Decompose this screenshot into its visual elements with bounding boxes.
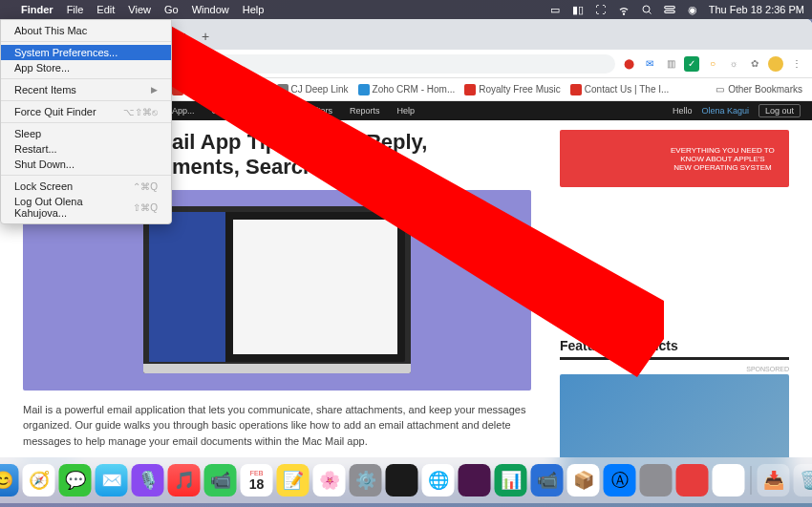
promo-text: EVERYTHING YOU NEED TO KNOW ABOUT APPLE'… <box>664 146 781 172</box>
menubar-item-help[interactable]: Help <box>243 4 265 15</box>
menubar-item-window[interactable]: Window <box>192 4 229 15</box>
apple-dropdown-menu: About This Mac System Preferences... App… <box>0 19 172 224</box>
dock-calendar-icon[interactable]: FEB18 <box>241 464 273 496</box>
dock-zoom-icon[interactable]: 📹 <box>531 464 564 496</box>
dock-slack-icon[interactable] <box>459 464 491 496</box>
title-line: ail App Tips: Send, Reply, <box>172 130 427 154</box>
menu-log-out[interactable]: Log Out Olena Kahujova...⇧⌘Q <box>1 194 171 221</box>
site-nav-item[interactable]: Custom filters <box>280 106 332 116</box>
browser-menu-icon[interactable]: ⋮ <box>789 56 804 72</box>
dock-app-icon[interactable] <box>640 464 673 496</box>
spacer <box>560 187 789 321</box>
menu-about-this-mac[interactable]: About This Mac <box>1 23 171 38</box>
extension-icon[interactable]: ✉ <box>642 56 657 72</box>
mail-body <box>233 220 397 354</box>
search-icon[interactable] <box>640 3 653 16</box>
menu-sleep[interactable]: Sleep <box>1 126 171 141</box>
article-description: Mail is a powerful email application tha… <box>23 402 531 450</box>
menu-separator <box>1 122 171 123</box>
new-tab-button[interactable]: + <box>194 23 217 50</box>
menu-label: Shut Down... <box>14 158 75 170</box>
site-nav-item[interactable]: Reports <box>350 106 380 116</box>
logout-button[interactable]: Log out <box>759 104 801 117</box>
menu-label: About This Mac <box>14 25 87 36</box>
control-center-icon[interactable] <box>663 3 676 16</box>
site-nav-right: Hello Olena Kagui Log out <box>673 104 812 117</box>
promo-line: EVERYTHING YOU NEED TO <box>671 146 775 155</box>
dock-sheets-icon[interactable]: 📊 <box>495 464 527 496</box>
bookmark-label: 2016/2017 China... <box>186 84 267 95</box>
menubar-item-file[interactable]: File <box>67 4 84 15</box>
bookmark-item[interactable]: Zoho CRM - Hom... <box>358 84 456 95</box>
dock-terminal-icon[interactable] <box>386 464 418 496</box>
dock-messages-icon[interactable]: 💬 <box>59 464 92 496</box>
site-nav-item[interactable]: App... <box>172 106 195 116</box>
extension-icon[interactable]: ⬤ <box>621 56 636 72</box>
dock-app-icon[interactable]: 📦 <box>567 464 600 496</box>
dock-mail-icon[interactable]: ✉️ <box>96 464 128 496</box>
extension-icon[interactable]: ✿ <box>747 56 762 72</box>
menubar-item-view[interactable]: View <box>128 4 151 15</box>
menu-app-store[interactable]: App Store... <box>1 60 171 75</box>
battery-icon[interactable]: ▮▯ <box>571 3 585 16</box>
dock-appstore-icon[interactable]: Ⓐ <box>604 464 636 496</box>
dock-music-icon[interactable]: 🎵 <box>168 464 201 496</box>
dock-safari-icon[interactable]: 🧭 <box>23 464 55 496</box>
dock-downloads-icon[interactable]: 📥 <box>758 464 790 496</box>
dock-app-icon[interactable] <box>676 464 709 496</box>
svg-point-0 <box>623 13 624 14</box>
menu-shortcut: ⌃⌘Q <box>133 181 158 192</box>
bookmark-item[interactable]: 2016/2017 China... <box>172 84 267 95</box>
menu-restart[interactable]: Restart... <box>1 141 171 157</box>
menu-label: Restart... <box>14 143 57 155</box>
favicon-icon <box>358 84 370 95</box>
menu-separator <box>1 175 171 176</box>
menu-lock-screen[interactable]: Lock Screen⌃⌘Q <box>1 179 171 194</box>
dock-settings-icon[interactable]: ⚙️ <box>350 464 382 496</box>
menu-recent-items[interactable]: Recent Items▶ <box>1 82 171 97</box>
extension-icon[interactable]: ○ <box>705 56 720 72</box>
menubar-item-edit[interactable]: Edit <box>96 4 115 15</box>
menubar-item-go[interactable]: Go <box>164 4 179 15</box>
menubar-app-name[interactable]: Finder <box>21 4 53 15</box>
menu-system-preferences[interactable]: System Preferences... <box>1 45 171 60</box>
user-link[interactable]: Olena Kagui <box>701 106 749 116</box>
dock: 😊 🧭 💬 ✉️ 🎙️ 🎵 📹 FEB18 📝 🌸 ⚙️ 🌐 📊 📹 📦 Ⓐ 📥… <box>0 457 812 503</box>
tab-close-button[interactable]: × <box>172 23 194 50</box>
mail-sidebar <box>149 212 225 362</box>
siri-icon[interactable]: ◉ <box>686 3 699 16</box>
menu-force-quit[interactable]: Force Quit Finder⌥⇧⌘⎋ <box>1 104 171 119</box>
extension-icon[interactable]: ☼ <box>726 56 741 72</box>
site-nav-item[interactable]: Help <box>397 106 416 116</box>
site-nav-item[interactable]: Configuration <box>212 106 264 116</box>
extension-icon[interactable]: ▥ <box>663 56 678 72</box>
featured-heading: Featured Products <box>560 338 789 360</box>
extension-icon[interactable]: ✓ <box>684 56 699 72</box>
promo-banner[interactable]: EVERYTHING YOU NEED TO KNOW ABOUT APPLE'… <box>560 130 789 187</box>
dock-photos-icon[interactable]: 🌸 <box>313 464 346 496</box>
menu-shortcut: ⇧⌘Q <box>133 202 158 213</box>
profile-avatar-icon[interactable] <box>768 56 783 72</box>
menu-shut-down[interactable]: Shut Down... <box>1 157 171 172</box>
other-bookmarks[interactable]: ▭ Other Bookmarks <box>716 84 812 95</box>
dock-chrome-icon[interactable]: 🌐 <box>422 464 455 496</box>
dock-trash-icon[interactable]: 🗑️ <box>794 464 813 496</box>
other-bookmarks-label: Other Bookmarks <box>728 84 802 95</box>
laptop-base <box>143 364 411 373</box>
menubar-clock[interactable]: Thu Feb 18 2:36 PM <box>709 4 804 15</box>
dock-podcasts-icon[interactable]: 🎙️ <box>132 464 164 496</box>
bookmark-item[interactable]: CJ Deep Link <box>277 84 349 95</box>
favicon-icon <box>464 84 476 95</box>
bookmark-item[interactable]: Royalty Free Music <box>464 84 561 95</box>
menu-label: Log Out Olena Kahujova... <box>14 196 133 219</box>
dock-notes-icon[interactable]: 📝 <box>277 464 310 496</box>
favicon-icon <box>570 84 582 95</box>
display-icon[interactable]: ▭ <box>548 3 562 16</box>
screenshot-icon[interactable]: ⛶ <box>594 3 608 16</box>
bookmark-label: CJ Deep Link <box>291 84 349 95</box>
bookmark-item[interactable]: Contact Us | The I... <box>570 84 670 95</box>
dock-finder-icon[interactable]: 😊 <box>0 464 19 496</box>
dock-facetime-icon[interactable]: 📹 <box>204 464 237 496</box>
dock-app-icon[interactable] <box>713 464 745 496</box>
wifi-icon[interactable] <box>617 3 630 16</box>
